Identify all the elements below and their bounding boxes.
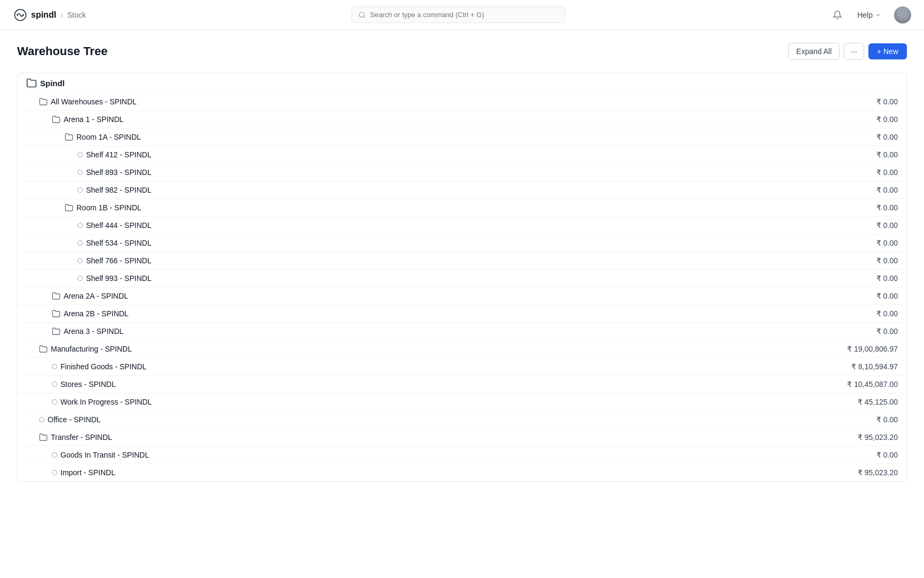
circle-icon (78, 276, 83, 281)
tree-item-label: Import - SPINDL (60, 468, 116, 477)
tree-item-label: Goods In Transit - SPINDL (60, 451, 149, 459)
tree-row-arena3[interactable]: Arena 3 - SPINDL ₹ 0.00 (18, 323, 906, 340)
tree-row-transfer[interactable]: Transfer - SPINDL ₹ 95,023.20 (18, 429, 906, 446)
tree-item-value: ₹ 0.00 (876, 133, 898, 141)
tree-row-stores[interactable]: Stores - SPINDL ₹ 10,45,087.00 (18, 376, 906, 393)
tree-item-label: Office - SPINDL (48, 415, 101, 424)
tree-row-goods-in-transit[interactable]: Goods In Transit - SPINDL ₹ 0.00 (18, 446, 906, 464)
tree-row-arena2b[interactable]: Arena 2B - SPINDL ₹ 0.00 (18, 305, 906, 323)
logo-text: spindl (31, 10, 56, 20)
tree-row-left: Office - SPINDL (39, 415, 101, 424)
circle-icon (78, 223, 83, 228)
search-container (351, 6, 565, 23)
tree-row-left: Arena 3 - SPINDL (52, 327, 124, 336)
tree-row-shelf534[interactable]: Shelf 534 - SPINDL ₹ 0.00 (18, 234, 906, 252)
svg-point-1 (17, 14, 19, 16)
tree-item-label: Arena 2B - SPINDL (64, 309, 128, 318)
tree-row-shelf893[interactable]: Shelf 893 - SPINDL ₹ 0.00 (18, 164, 906, 181)
tree-row-left: Arena 2A - SPINDL (52, 292, 128, 300)
tree-item-value: ₹ 0.00 (876, 292, 898, 300)
search-icon (358, 11, 366, 19)
tree-item-label: Shelf 993 - SPINDL (86, 274, 151, 283)
tree-item-label: Work In Progress - SPINDL (60, 398, 152, 406)
tree-row-left: Goods In Transit - SPINDL (52, 451, 149, 459)
tree-row-arena1[interactable]: Arena 1 - SPINDL ₹ 0.00 (18, 111, 906, 128)
tree-row-left: Shelf 982 - SPINDL (78, 186, 151, 194)
tree-row-left: Shelf 534 - SPINDL (78, 239, 151, 247)
tree-item-value: ₹ 0.00 (876, 115, 898, 124)
notifications-button[interactable] (830, 8, 844, 22)
more-options-button[interactable]: ··· (844, 43, 864, 60)
tree-row-left: Spindl (26, 78, 65, 88)
tree-row-wip[interactable]: Work In Progress - SPINDL ₹ 45,125.00 (18, 393, 906, 411)
circle-icon (52, 382, 57, 387)
folder-icon (65, 133, 73, 141)
header-right: Help (830, 6, 911, 24)
tree-item-label: Arena 2A - SPINDL (64, 292, 128, 300)
tree-row-shelf412[interactable]: Shelf 412 - SPINDL ₹ 0.00 (18, 146, 906, 164)
search-box[interactable] (351, 6, 565, 23)
tree-row-room1a[interactable]: Room 1A - SPINDL ₹ 0.00 (18, 128, 906, 146)
breadcrumb-separator: › (60, 11, 63, 19)
help-button[interactable]: Help (853, 9, 886, 21)
circle-icon (52, 470, 57, 475)
logo[interactable]: spindl (13, 7, 56, 22)
tree-row-import[interactable]: Import - SPINDL ₹ 95,023.20 (18, 464, 906, 481)
tree-row-left: Shelf 893 - SPINDL (78, 168, 151, 177)
tree-item-value: ₹ 0.00 (876, 274, 898, 283)
tree-row-left: Stores - SPINDL (52, 380, 116, 389)
tree-row-room1b[interactable]: Room 1B - SPINDL ₹ 0.00 (18, 199, 906, 217)
tree-item-label: Shelf 766 - SPINDL (86, 256, 151, 265)
circle-icon (39, 417, 44, 422)
tree-item-label: Spindl (40, 79, 65, 88)
tree-row-spindl[interactable]: Spindl (18, 73, 906, 93)
expand-all-button[interactable]: Expand All (788, 43, 840, 60)
circle-icon (52, 452, 57, 458)
tree-row-office[interactable]: Office - SPINDL ₹ 0.00 (18, 411, 906, 429)
header-left: spindl › Stock (13, 7, 86, 22)
svg-point-3 (359, 12, 364, 17)
circle-icon (52, 399, 57, 405)
warehouse-tree: Spindl All Warehouses - SPINDL ₹ 0.00 Ar… (17, 73, 907, 482)
tree-row-arena2a[interactable]: Arena 2A - SPINDL ₹ 0.00 (18, 287, 906, 305)
tree-row-left: Finished Goods - SPINDL (52, 362, 147, 371)
tree-item-value: ₹ 0.00 (876, 309, 898, 318)
tree-row-left: Shelf 766 - SPINDL (78, 256, 151, 265)
tree-row-shelf993[interactable]: Shelf 993 - SPINDL ₹ 0.00 (18, 270, 906, 287)
tree-item-label: Room 1A - SPINDL (76, 133, 141, 141)
tree-row-left: Shelf 444 - SPINDL (78, 221, 151, 230)
page-title: Warehouse Tree (17, 44, 107, 58)
tree-item-value: ₹ 0.00 (876, 168, 898, 177)
folder-icon (52, 292, 60, 300)
tree-item-label: Shelf 534 - SPINDL (86, 239, 151, 247)
tree-item-value: ₹ 0.00 (876, 150, 898, 159)
tree-row-all-warehouses[interactable]: All Warehouses - SPINDL ₹ 0.00 (18, 93, 906, 111)
tree-item-label: Shelf 982 - SPINDL (86, 186, 151, 194)
tree-row-finished-goods[interactable]: Finished Goods - SPINDL ₹ 8,10,594.97 (18, 358, 906, 376)
tree-item-value: ₹ 0.00 (876, 203, 898, 212)
tree-item-value: ₹ 19,00,806.97 (847, 345, 898, 353)
new-button[interactable]: + New (868, 43, 907, 59)
tree-item-value: ₹ 0.00 (876, 186, 898, 194)
tree-row-manufacturing[interactable]: Manufacturing - SPINDL ₹ 19,00,806.97 (18, 340, 906, 358)
search-input[interactable] (370, 11, 558, 19)
avatar[interactable] (894, 6, 911, 24)
tree-item-value: ₹ 0.00 (876, 221, 898, 230)
tree-row-shelf982[interactable]: Shelf 982 - SPINDL ₹ 0.00 (18, 181, 906, 199)
tree-row-shelf766[interactable]: Shelf 766 - SPINDL ₹ 0.00 (18, 252, 906, 270)
circle-icon (78, 258, 83, 263)
tree-item-value: ₹ 8,10,594.97 (851, 362, 898, 371)
page-header: Warehouse Tree Expand All ··· + New (17, 43, 907, 60)
tree-item-label: Finished Goods - SPINDL (60, 362, 147, 371)
page-actions: Expand All ··· + New (788, 43, 907, 60)
circle-icon (52, 364, 57, 369)
tree-row-shelf444[interactable]: Shelf 444 - SPINDL ₹ 0.00 (18, 217, 906, 234)
logo-icon (13, 7, 28, 22)
tree-row-left: Transfer - SPINDL (39, 433, 112, 442)
tree-row-left: Shelf 412 - SPINDL (78, 150, 151, 159)
circle-icon (78, 152, 83, 157)
tree-item-value: ₹ 10,45,087.00 (847, 380, 898, 389)
tree-item-value: ₹ 0.00 (876, 451, 898, 459)
tree-item-label: Room 1B - SPINDL (76, 203, 141, 212)
breadcrumb-item[interactable]: Stock (67, 11, 86, 19)
